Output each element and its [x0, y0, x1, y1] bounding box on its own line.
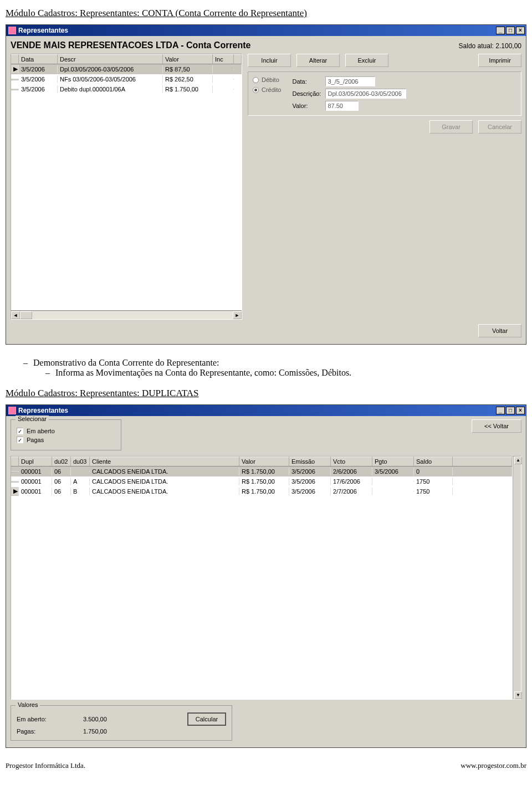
row-indicator-icon: ▶ — [11, 487, 19, 496]
table-row[interactable]: ▶ 3/5/2006 Dpl.03/05/2006-03/05/2006 R$ … — [11, 64, 242, 74]
scroll-thumb[interactable] — [20, 311, 32, 319]
col-descr[interactable]: Descr — [58, 54, 163, 64]
col-dupl[interactable]: Dupl — [19, 457, 52, 466]
voltar-button[interactable]: << Voltar — [472, 419, 521, 433]
alterar-button[interactable]: Alterar — [296, 54, 340, 67]
col-emissao[interactable]: Emissão — [289, 457, 331, 466]
edit-panel: Débito Crédito Data: Descrição: Valor: — [248, 71, 521, 116]
checkbox-emaberto-label: Em aberto — [27, 428, 55, 434]
emaberto-value: 3.500,00 — [83, 716, 107, 722]
cell-inc — [213, 89, 234, 90]
close-button[interactable]: × — [516, 407, 525, 414]
emaberto-label: Em aberto: — [17, 716, 61, 722]
col-pgto[interactable]: Pgto — [372, 457, 414, 466]
row-indicator-icon — [11, 471, 19, 473]
imprimir-button[interactable]: Imprimir — [478, 54, 521, 67]
col-data[interactable]: Data — [19, 54, 58, 64]
excluir-button[interactable]: Excluir — [345, 54, 388, 67]
maximize-button[interactable]: □ — [506, 407, 515, 414]
cell-data: 3/5/2006 — [19, 75, 58, 83]
data-label: Data: — [292, 78, 321, 85]
cell-data: 3/5/2006 — [19, 85, 58, 93]
col-inc[interactable]: Inc — [213, 54, 234, 64]
scroll-left-icon[interactable]: ◄ — [11, 311, 20, 319]
voltar-button[interactable]: Voltar — [478, 324, 521, 337]
cell-data: 3/5/2006 — [19, 65, 58, 73]
col-cliente[interactable]: Cliente — [90, 457, 239, 466]
valores-legend: Valores — [16, 701, 40, 708]
cell-dupl: 000001 — [19, 478, 52, 485]
table-row[interactable]: ▶ 000001 06 B CALCADOS ENEIDA LTDA. R$ 1… — [11, 486, 512, 496]
table-row[interactable]: 3/5/2006 NFs 03/05/2006-03/05/2006 R$ 26… — [11, 74, 242, 84]
col-vcto[interactable]: Vcto — [331, 457, 372, 466]
cell-emissao: 3/5/2006 — [289, 478, 331, 485]
radio-debito-label: Débito — [262, 76, 279, 83]
grid-body: 000001 06 CALCADOS ENEIDA LTDA. R$ 1.750… — [11, 466, 512, 699]
footer-right: www.progestor.com.br — [461, 761, 526, 770]
close-button[interactable]: × — [516, 27, 525, 34]
bullet-line-2: Informa as Movimentações na Conta do Rep… — [55, 368, 351, 377]
saldo-label: Saldo atual: — [459, 42, 494, 50]
valor-label: Valor: — [292, 102, 321, 109]
transactions-grid[interactable]: Data Descr Valor Inc ▶ 3/5/2006 Dpl.03/0… — [11, 54, 242, 320]
col-du03[interactable]: du03 — [71, 457, 90, 466]
cell-cliente: CALCADOS ENEIDA LTDA. — [90, 468, 239, 475]
radio-icon — [253, 87, 259, 93]
titlebar: Representantes _ □ × — [6, 405, 526, 416]
radio-debito[interactable]: Débito — [253, 76, 281, 83]
cell-du03 — [71, 471, 90, 472]
scroll-up-icon[interactable]: ▲ — [514, 457, 522, 464]
cell-valor: R$ 262,50 — [163, 75, 213, 83]
page-heading-conta: Módulo Cadastros: Representantes: CONTA … — [6, 8, 526, 19]
checkbox-pagas-label: Pagas — [27, 437, 44, 443]
cell-cliente: CALCADOS ENEIDA LTDA. — [90, 488, 239, 495]
valor-field[interactable] — [325, 101, 359, 111]
maximize-button[interactable]: □ — [506, 27, 515, 34]
cell-emissao: 3/5/2006 — [289, 488, 331, 495]
cell-pgto: 3/5/2006 — [372, 468, 414, 475]
titlebar: Representantes _ □ × — [6, 25, 526, 36]
row-indicator-icon — [11, 481, 19, 483]
cell-vcto: 2/6/2006 — [331, 468, 372, 475]
page-footer: Progestor Informática Ltda. www.progesto… — [6, 761, 526, 770]
minimize-button[interactable]: _ — [496, 27, 505, 34]
cancelar-button[interactable]: Cancelar — [478, 120, 521, 134]
row-indicator-icon: ▶ — [11, 65, 19, 74]
duplicatas-grid[interactable]: Dupl du02 du03 Cliente Valor Emissão Vct… — [11, 456, 513, 700]
scroll-down-icon[interactable]: ▼ — [514, 691, 522, 699]
cell-du02: 06 — [52, 488, 71, 495]
horizontal-scrollbar[interactable]: ◄ ► — [11, 310, 242, 319]
footer-left: Progestor Informática Ltda. — [6, 761, 85, 770]
table-row[interactable]: 000001 06 CALCADOS ENEIDA LTDA. R$ 1.750… — [11, 466, 512, 476]
descricao-field[interactable] — [325, 89, 406, 99]
col-du02[interactable]: du02 — [52, 457, 71, 466]
table-row[interactable]: 000001 06 A CALCADOS ENEIDA LTDA. R$ 1.7… — [11, 476, 512, 486]
window-title: Representantes — [18, 407, 68, 414]
pagas-value: 1.750,00 — [83, 728, 107, 735]
cell-dupl: 000001 — [19, 488, 52, 495]
selecionar-group: Selecionar ✓ Em aberto ✓ Pagas — [11, 419, 121, 450]
row-indicator-icon — [11, 89, 19, 90]
col-saldo[interactable]: Saldo — [414, 457, 453, 466]
col-valor[interactable]: Valor — [239, 457, 289, 466]
checkbox-emaberto[interactable]: ✓ Em aberto — [17, 428, 115, 434]
cell-pgto — [372, 491, 414, 492]
checkbox-pagas[interactable]: ✓ Pagas — [17, 437, 115, 443]
col-valor[interactable]: Valor — [163, 54, 213, 64]
window-representantes-conta: Representantes _ □ × VENDE MAIS REPRESEN… — [6, 24, 526, 345]
descricao-label: Descrição: — [292, 90, 321, 97]
cell-emissao: 3/5/2006 — [289, 468, 331, 475]
calcular-button[interactable]: Calcular — [187, 712, 226, 726]
app-icon — [8, 407, 16, 414]
minimize-button[interactable]: _ — [496, 407, 505, 414]
table-row[interactable]: 3/5/2006 Debito dupl.000001/06A R$ 1.750… — [11, 84, 242, 94]
saldo-value: 2.100,00 — [495, 42, 521, 50]
data-field[interactable] — [325, 76, 375, 86]
checkbox-icon: ✓ — [17, 437, 23, 443]
incluir-button[interactable]: Incluir — [248, 54, 291, 67]
scroll-right-icon[interactable]: ► — [233, 311, 242, 319]
radio-credito[interactable]: Crédito — [253, 86, 281, 93]
gravar-button[interactable]: Gravar — [429, 120, 473, 134]
grid-body: ▶ 3/5/2006 Dpl.03/05/2006-03/05/2006 R$ … — [11, 64, 242, 310]
cell-valor: R$ 1.750,00 — [239, 488, 289, 495]
